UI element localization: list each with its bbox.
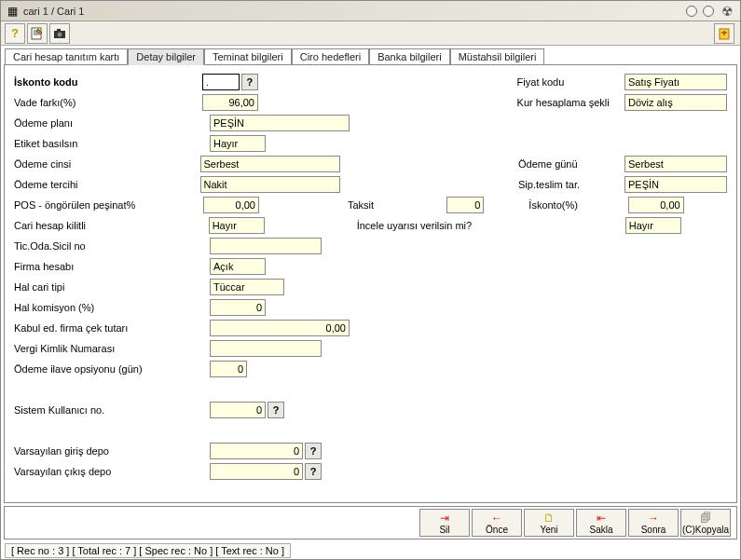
lookup-varsayilan-cikis[interactable]: ? [305,463,322,480]
label-pos-pesinat: POS - öngörülen peşinat% [14,199,203,211]
maximize-button[interactable] [703,6,714,17]
input-odeme-cinsi[interactable] [200,156,340,172]
save-icon: ⇤ [597,512,606,525]
label-hal-cari-tipi: Hal cari tipi [14,281,210,293]
input-sip-teslim[interactable] [624,176,727,193]
prev-button[interactable]: ← Önce [472,509,522,537]
arrow-right-icon: → [648,512,659,525]
input-tic-oda[interactable] [210,238,322,254]
input-taksit[interactable] [446,197,484,213]
label-varsayilan-cikis: Varsayılan çıkış depo [14,466,210,477]
statusbar: [ Rec no : 3 ] [ Total rec : 7 ] [ Spec … [1,542,740,559]
app-window: ▦ cari 1 / Cari 1 ☢ ? Cari hesap tanıtım… [0,0,741,560]
lookup-varsayilan-giris[interactable]: ? [305,443,322,459]
input-odeme-gunu[interactable] [624,156,727,172]
tool-button-right[interactable] [714,23,734,44]
app-icon: ▦ [5,4,20,19]
label-firma-hesabi: Firma hesabı [14,261,210,272]
delete-button[interactable]: ⇥ Sil [419,509,470,537]
label-odeme-plani: Ödeme planı [14,117,210,129]
input-iskonto-kodu[interactable] [202,74,240,90]
minimize-button[interactable] [686,6,697,17]
copy-button[interactable]: 🗐 (C)Kopyala [680,509,731,537]
tab-ciro[interactable]: Ciro hedefleri [292,48,369,65]
tab-banka[interactable]: Banka bilgileri [369,48,449,65]
label-taksit: Taksit [338,199,446,211]
label-etiket-basilsin: Etiket basılsın [14,138,210,149]
input-iskonto-pct[interactable] [628,197,684,213]
label-varsayilan-giris: Varsayılan giriş depo [14,445,210,457]
tab-mustahsil[interactable]: Müstahsil bilgileri [450,48,545,65]
notepad-icon [31,27,44,40]
input-kabul-cek[interactable] [210,320,350,336]
svg-point-5 [58,32,62,36]
input-incele-uyarisi[interactable] [625,217,681,234]
label-tic-oda: Tic.Oda.Sicil no [14,240,210,252]
new-page-icon: 🗋 [543,512,555,525]
label-vade-farki: Vade farkı(%) [14,97,202,108]
svg-rect-6 [57,29,61,31]
input-odeme-plani[interactable] [210,115,350,131]
arrow-left-icon: ← [491,512,502,525]
tab-cari-hesap[interactable]: Cari hesap tanıtım kartı [5,48,128,65]
input-fiyat-kodu[interactable] [624,74,727,90]
label-odeme-ilave: Ödeme ilave opsiyonu (gün) [14,363,210,375]
copy-icon: 🗐 [700,512,711,525]
input-kur-hesaplama[interactable] [624,94,727,111]
label-vergi-kimlik: Vergi Kimlik Numarası [14,343,210,354]
label-sip-teslim: Sip.teslim tar. [500,179,624,190]
tool-button-2[interactable] [27,23,48,44]
input-varsayilan-cikis[interactable] [210,463,303,480]
label-cari-kilitli: Cari hesap kilitli [14,220,209,231]
input-hal-komisyon[interactable] [210,299,266,316]
input-varsayilan-giris[interactable] [210,443,303,459]
camera-icon [53,27,66,40]
tool-button-3[interactable] [49,23,70,44]
save-button[interactable]: ⇤ Sakla [576,509,626,537]
titlebar: ▦ cari 1 / Cari 1 ☢ [1,1,740,21]
delete-icon: ⇥ [440,512,449,525]
label-kabul-cek: Kabul ed. firma çek tutarı [14,322,210,334]
label-odeme-gunu: Ödeme günü [500,158,624,170]
window-buttons: ☢ [686,4,738,19]
label-kur-hesaplama: Kur hesaplama şekli [499,97,624,108]
window-title: cari 1 / Cari 1 [23,6,686,17]
export-icon [718,27,731,40]
label-incele-uyarisi: İncele uyarısı verilsin mi? [348,220,515,231]
toolbar: ? [1,21,740,46]
lookup-iskonto-kodu[interactable]: ? [241,74,258,90]
input-vergi-kimlik[interactable] [210,340,322,357]
input-odeme-ilave[interactable] [210,361,247,377]
status-text: [ Rec no : 3 ] [ Total rec : 7 ] [ Spec … [5,543,291,558]
label-odeme-cinsi: Ödeme cinsi [14,158,200,170]
input-etiket-basilsin[interactable] [210,135,266,152]
close-button[interactable]: ☢ [720,4,734,19]
new-button[interactable]: 🗋 Yeni [524,509,574,537]
input-pos-pesinat[interactable] [203,197,259,213]
input-odeme-tercihi[interactable] [200,176,340,193]
tab-detay-bilgiler[interactable]: Detay bilgiler [128,48,204,65]
input-sistem-kullanici[interactable] [210,402,266,418]
tab-teminat[interactable]: Teminat bilgileri [204,48,292,65]
label-sistem-kullanici: Sistem Kullanıcı no. [14,404,210,416]
label-odeme-tercihi: Ödeme tercihi [14,179,200,190]
input-firma-hesabi[interactable] [210,258,266,275]
form-body: İskonto kodu ? Fiyat kodu Vade farkı(%) … [4,64,737,503]
label-fiyat-kodu: Fiyat kodu [499,76,624,88]
label-iskonto-pct: İskonto(%) [501,199,627,211]
next-button[interactable]: → Sonra [628,509,679,537]
footer-bar: ⇥ Sil ← Önce 🗋 Yeni ⇤ Sakla → Sonra 🗐 (C… [4,506,737,540]
tab-bar: Cari hesap tanıtım kartı Detay bilgiler … [1,46,740,64]
help-button[interactable]: ? [5,23,25,44]
lookup-sistem-kullanici[interactable]: ? [268,402,284,418]
input-cari-kilitli[interactable] [209,217,265,234]
input-vade-farki[interactable] [202,94,258,111]
input-hal-cari-tipi[interactable] [210,279,284,295]
label-iskonto-kodu: İskonto kodu [14,76,202,88]
label-hal-komisyon: Hal komisyon (%) [14,302,210,313]
